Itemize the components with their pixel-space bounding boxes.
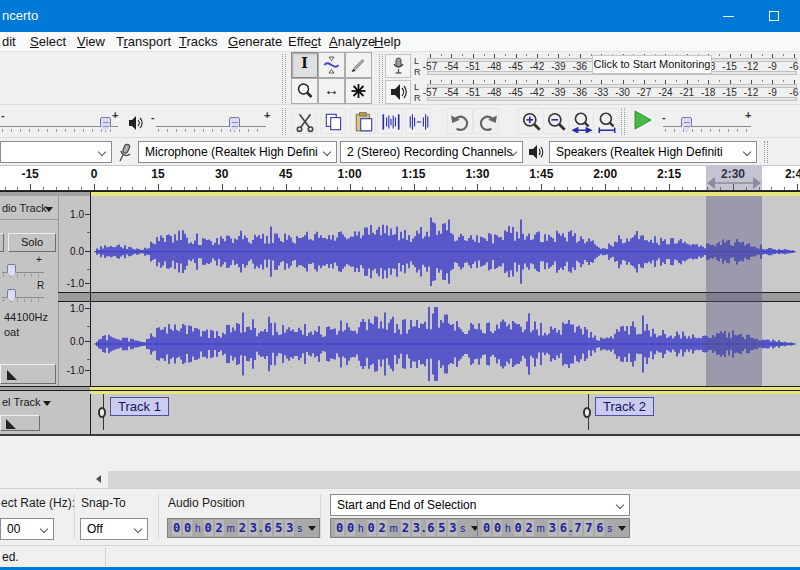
time-digit[interactable]: 0 (204, 520, 213, 536)
time-digit[interactable]: . (259, 521, 262, 535)
time-digit[interactable]: 3 (448, 520, 457, 536)
recording-channels-dropdown[interactable]: 2 (Stereo) Recording Channels (340, 141, 523, 163)
time-digit[interactable]: h (505, 523, 511, 534)
project-rate-dropdown[interactable]: 00 (0, 518, 54, 540)
audio-position-field[interactable]: 00h02m23.653s (167, 518, 320, 538)
playback-device-dropdown[interactable]: Speakers (Realtek High Definiti (549, 141, 757, 163)
time-field-dropdown-icon[interactable] (618, 526, 626, 531)
recording-device-dropdown[interactable]: Microphone (Realtek High Defini (138, 141, 337, 163)
time-digit[interactable]: m (537, 523, 545, 534)
vertical-ruler-zone[interactable] (58, 196, 90, 386)
time-digit[interactable]: s (460, 523, 465, 534)
menu-view[interactable]: View (77, 34, 105, 49)
title-bar[interactable]: ncerto (0, 0, 800, 32)
copy-button[interactable] (320, 108, 346, 134)
time-digit[interactable]: 6 (559, 520, 568, 536)
time-digit[interactable]: 6 (426, 520, 435, 536)
time-digit[interactable]: 7 (573, 520, 582, 536)
label-marker-icon[interactable] (583, 407, 591, 418)
track-control-panel[interactable]: dio Track Solo + R 44100Hz oat (0, 196, 58, 386)
menu-analyze[interactable]: Analyze (329, 34, 375, 49)
waveform-left-channel[interactable] (91, 196, 800, 292)
label-marker-icon[interactable] (98, 407, 106, 418)
undo-button[interactable] (447, 108, 473, 134)
recording-meter[interactable]: LR-57-54-51-48-45-42-39-36-33-30-27-24-2… (0, 54, 800, 79)
time-digit[interactable]: s (607, 523, 612, 534)
time-digit[interactable]: 2 (401, 520, 410, 536)
menu-tracks[interactable]: Tracks (179, 34, 218, 49)
cut-button[interactable] (291, 108, 317, 134)
time-digit[interactable]: 0 (183, 520, 192, 536)
trim-button[interactable] (377, 108, 403, 134)
time-digit[interactable]: 0 (514, 520, 523, 536)
paste-button[interactable] (350, 108, 376, 134)
time-digit[interactable]: m (227, 523, 235, 534)
label-box[interactable]: Track 2 (595, 397, 654, 416)
selection-range-dropdown[interactable]: Start and End of Selection (330, 494, 630, 516)
time-digit[interactable]: 6 (263, 520, 272, 536)
time-digit[interactable]: 3 (249, 520, 258, 536)
time-digit[interactable]: 0 (367, 520, 376, 536)
selection-start-field[interactable]: 00h02m23.653s (330, 518, 483, 538)
zoom-out-button[interactable] (543, 108, 569, 134)
time-digit[interactable]: 0 (172, 520, 181, 536)
time-digit[interactable]: . (422, 521, 425, 535)
audio-host-dropdown[interactable] (0, 141, 112, 163)
track-menu-triangle-icon[interactable] (45, 207, 53, 212)
quickplay-right-arrow-icon[interactable] (753, 177, 761, 189)
quickplay-left-arrow-icon[interactable] (707, 177, 715, 189)
time-digit[interactable]: h (195, 523, 201, 534)
label-track-menu-triangle-icon[interactable] (43, 401, 51, 406)
menu-generate[interactable]: Generate (228, 34, 282, 49)
redo-button[interactable] (473, 108, 499, 134)
selection-end-field[interactable]: 00h02m36.776s (477, 518, 630, 538)
time-digit[interactable]: 6 (595, 520, 604, 536)
scroll-left-button[interactable] (90, 471, 108, 488)
label-track-content[interactable] (91, 394, 800, 434)
label-box[interactable]: Track 1 (110, 397, 169, 416)
menu-help[interactable]: Help (374, 34, 401, 49)
toolbar-grip[interactable] (282, 108, 286, 135)
time-digit[interactable]: 0 (493, 520, 502, 536)
play-at-speed-button[interactable] (630, 108, 656, 134)
solo-button[interactable]: Solo (8, 233, 56, 252)
meter-overlay-message[interactable]: Click to Start Monitoring (592, 55, 712, 74)
menu-select[interactable]: Select (30, 34, 66, 49)
menu-effect[interactable]: Effect (288, 34, 321, 49)
time-digit[interactable]: 0 (482, 520, 491, 536)
time-digit[interactable]: 7 (584, 520, 593, 536)
time-digit[interactable]: 0 (335, 520, 344, 536)
horizontal-scrollbar[interactable] (90, 471, 800, 488)
time-digit[interactable]: . (569, 521, 572, 535)
time-digit[interactable]: 2 (238, 520, 247, 536)
menu-transport[interactable]: Transport (116, 34, 171, 49)
toolbar-grip[interactable] (621, 108, 625, 135)
menu-dit[interactable]: dit (2, 34, 16, 49)
time-digit[interactable]: h (358, 523, 364, 534)
toolbar-grip[interactable] (764, 141, 768, 163)
time-digit[interactable]: 3 (412, 520, 421, 536)
minimize-button[interactable] (705, 0, 751, 32)
timeline-ruler[interactable]: -1501530451:001:151:301:452:002:152:302:… (0, 166, 800, 191)
zoom-selection-button[interactable] (568, 108, 594, 134)
time-digit[interactable]: 3 (548, 520, 557, 536)
zoom-fit-button[interactable] (593, 108, 619, 134)
label-track-name[interactable]: el Track (2, 396, 41, 408)
maximize-button[interactable] (751, 0, 797, 32)
playback-meter-button[interactable] (385, 80, 411, 104)
collapse-label-track-button[interactable] (0, 415, 40, 431)
time-digit[interactable]: s (297, 523, 302, 534)
channel-divider[interactable] (58, 292, 800, 302)
time-digit[interactable]: 5 (437, 520, 446, 536)
recording-meter-button[interactable] (385, 54, 411, 78)
track-name[interactable]: dio Track (2, 202, 47, 214)
time-digit[interactable]: 3 (285, 520, 294, 536)
time-digit[interactable]: 2 (215, 520, 224, 536)
label-track-control-panel[interactable]: el Track (0, 391, 90, 435)
time-digit[interactable]: m (390, 523, 398, 534)
time-digit[interactable]: 2 (378, 520, 387, 536)
playback-meter[interactable]: LR-57-54-51-48-45-42-39-36-33-30-27-24-2… (0, 80, 800, 105)
zoom-in-button[interactable] (518, 108, 544, 134)
snap-to-dropdown[interactable]: Off (80, 518, 148, 540)
silence-button[interactable] (405, 108, 431, 134)
